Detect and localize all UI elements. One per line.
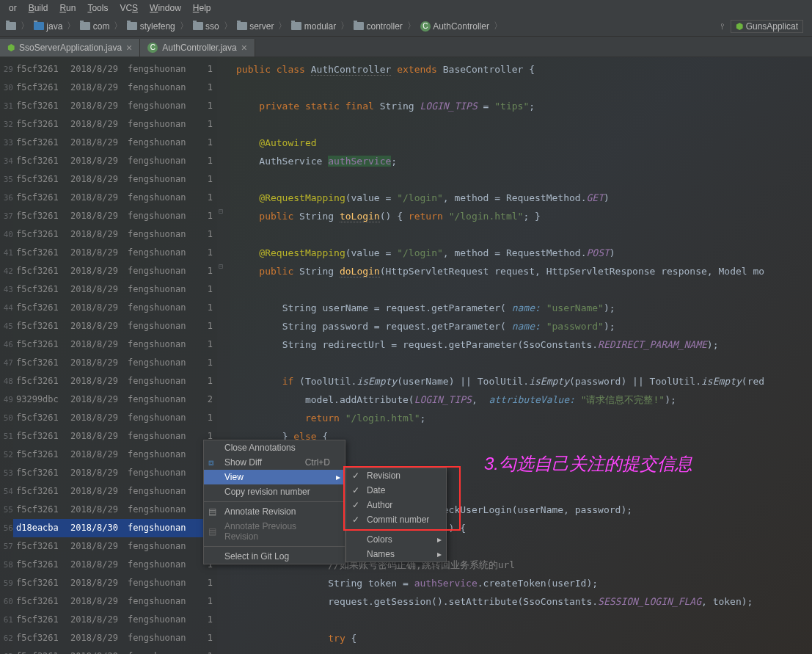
annotation-row[interactable]: d18eacba2018/8/30fengshuonan [13, 519, 217, 537]
annotation-row[interactable]: f5cf32612018/8/29fengshuonan1 [13, 592, 217, 611]
commit-hash: f5cf3261 [16, 427, 70, 446]
bc-root[interactable] [3, 22, 19, 30]
commit-hash: f5cf3261 [16, 60, 70, 79]
menu-help[interactable]: Help [187, 3, 217, 13]
close-icon[interactable]: × [126, 42, 132, 54]
tab-sso-server-app[interactable]: ⬢ SsoServerApplication.java × [0, 39, 140, 57]
submenu-date[interactable]: ✓Date [346, 483, 446, 498]
commit-number: 1 [198, 244, 213, 262]
commit-date: 2018/8/29 [70, 409, 128, 427]
commit-author: fengshuonan [128, 390, 198, 409]
annotation-row[interactable]: f5cf32612018/8/29fengshuonan1 [13, 280, 217, 299]
submenu-names[interactable]: Names▸ [346, 547, 446, 562]
annotation-row[interactable]: f5cf32612018/8/29fengshuonan1 [13, 501, 217, 519]
commit-date: 2018/8/29 [70, 225, 128, 244]
annotation-row[interactable]: f5cf32612018/8/29fengshuonan1 [13, 409, 217, 427]
bc-modular[interactable]: modular [288, 21, 339, 32]
annotation-row[interactable]: f5cf32612018/8/29fengshuonan1 [13, 611, 217, 629]
bc-class[interactable]: C AuthController [417, 21, 492, 32]
commit-date: 2018/8/29 [70, 115, 128, 134]
menu-vcs[interactable]: VCS [114, 3, 144, 13]
annotation-row[interactable]: f5cf32612018/8/29fengshuonan1 [13, 170, 217, 189]
menu-window[interactable]: Window [144, 3, 187, 13]
annotation-row[interactable]: 93299dbc2018/8/29fengshuonan2 [13, 390, 217, 409]
menu-run[interactable]: Run [54, 3, 81, 13]
commit-author: fengshuonan [128, 317, 198, 335]
annotation-row[interactable]: f5cf32612018/8/29fengshuonan1 [13, 556, 217, 574]
line-number: 49 [0, 390, 13, 409]
menu-show-diff[interactable]: ⧈Show DiffCtrl+D [204, 455, 345, 470]
close-icon[interactable]: × [241, 42, 247, 54]
annotation-row[interactable]: f5cf32612018/8/29fengshuonan1 [13, 464, 217, 482]
annotation-row[interactable]: f5cf32612018/8/29fengshuonan1 [13, 262, 217, 280]
commit-author: fengshuonan [128, 446, 198, 464]
menu-editor[interactable]: or [3, 3, 23, 13]
commit-date: 2018/8/29 [70, 537, 128, 556]
annotation-row[interactable]: f5cf32612018/8/29fengshuonan1 [13, 299, 217, 317]
bc-stylefeng[interactable]: stylefeng [124, 21, 178, 32]
menu-tools[interactable]: Tools [81, 3, 114, 13]
annotation-row[interactable]: f5cf32612018/8/29fengshuonan1 [13, 427, 217, 446]
indicator-icon[interactable]: ⫯ [720, 21, 725, 32]
tab-auth-controller[interactable]: C AuthController.java × [140, 39, 255, 57]
annotations-gutter[interactable]: f5cf32612018/8/29fengshuonan1f5cf3261201… [13, 57, 217, 654]
commit-hash: f5cf3261 [16, 501, 70, 519]
annotation-row[interactable]: f5cf32612018/8/29fengshuonan1 [13, 482, 217, 501]
bc-com[interactable]: com [77, 21, 112, 32]
annotation-row[interactable]: f5cf32612018/8/29fengshuonan1 [13, 79, 217, 97]
annotation-row[interactable]: f5cf32612018/8/29fengshuonan1 [13, 354, 217, 372]
menu-view[interactable]: View▸ [204, 470, 345, 484]
annotation-row[interactable]: f5cf32612018/8/29fengshuonan1 [13, 225, 217, 244]
code-area[interactable]: public class AuthController extends Base… [230, 57, 812, 654]
fold-icon[interactable]: ⊟ [219, 262, 223, 270]
commit-date: 2018/8/29 [70, 262, 128, 280]
annotation-row[interactable]: f5cf32612018/8/29fengshuonan1 [13, 189, 217, 207]
annotation-row[interactable]: f5cf32612018/8/29fengshuonan1 [13, 317, 217, 335]
submenu-colors[interactable]: Colors▸ [346, 532, 446, 547]
annotation-row[interactable]: f5cf32612018/8/29fengshuonan1 [13, 134, 217, 152]
commit-hash: f5cf3261 [16, 335, 70, 354]
annotation-row[interactable]: f5cf32612018/8/29fengshuonan1 [13, 446, 217, 464]
annotation-row[interactable]: f5cf32612018/8/29fengshuonan1 [13, 647, 217, 654]
folding-gutter[interactable]: ⊟ ⊟ [217, 57, 230, 654]
menu-close-annotations[interactable]: Close Annotations [204, 440, 345, 455]
commit-author: fengshuonan [128, 519, 198, 537]
class-icon: C [147, 43, 158, 53]
commit-author: fengshuonan [128, 354, 198, 372]
bc-server[interactable]: server [234, 21, 277, 32]
fold-icon[interactable]: ⊟ [219, 207, 223, 215]
commit-number: 1 [198, 225, 213, 244]
commit-hash: f5cf3261 [16, 299, 70, 317]
bc-sso[interactable]: sso [190, 21, 222, 32]
bc-sep: 〉 [21, 20, 29, 32]
line-number: 53 [0, 464, 13, 482]
menu-annotate-revision[interactable]: ▤Annotate Revision [204, 504, 345, 519]
annotation-row[interactable]: f5cf32612018/8/29fengshuonan1 [13, 60, 217, 79]
commit-date: 2018/8/29 [70, 244, 128, 262]
run-config[interactable]: ⬢GunsApplicat [731, 20, 803, 33]
annotation-row[interactable]: f5cf32612018/8/29fengshuonan1 [13, 115, 217, 134]
menu-annotate-previous[interactable]: ▤Annotate Previous Revision [204, 519, 345, 544]
bc-java[interactable]: java [31, 21, 65, 32]
annotate-icon: ▤ [208, 526, 220, 537]
annotation-row[interactable]: f5cf32612018/8/29fengshuonan1 [13, 629, 217, 647]
menu-build[interactable]: Build [23, 3, 54, 13]
annotation-row[interactable]: f5cf32612018/8/29fengshuonan1 [13, 335, 217, 354]
commit-number: 1 [198, 152, 213, 170]
line-gutter[interactable]: 2930313233343536374041424344454647484950… [0, 57, 13, 654]
annotation-row[interactable]: f5cf32612018/8/29fengshuonan1 [13, 207, 217, 225]
submenu-revision[interactable]: ✓Revision [346, 468, 446, 483]
annotation-row[interactable]: f5cf32612018/8/29fengshuonan1 [13, 152, 217, 170]
submenu-author[interactable]: ✓Author [346, 498, 446, 512]
menu-copy-revision[interactable]: Copy revision number [204, 484, 345, 499]
annotation-row[interactable]: f5cf32612018/8/29fengshuonan1 [13, 537, 217, 556]
commit-hash: f5cf3261 [16, 556, 70, 574]
annotation-row[interactable]: f5cf32612018/8/29fengshuonan1 [13, 244, 217, 262]
annotation-row[interactable]: f5cf32612018/8/29fengshuonan1 [13, 97, 217, 115]
menu-select-git-log[interactable]: Select in Git Log [204, 549, 345, 564]
bc-controller[interactable]: controller [351, 21, 406, 32]
commit-date: 2018/8/29 [70, 354, 128, 372]
submenu-commit-number[interactable]: ✓Commit number [346, 512, 446, 527]
annotation-row[interactable]: f5cf32612018/8/29fengshuonan1 [13, 574, 217, 592]
annotation-row[interactable]: f5cf32612018/8/29fengshuonan1 [13, 372, 217, 390]
